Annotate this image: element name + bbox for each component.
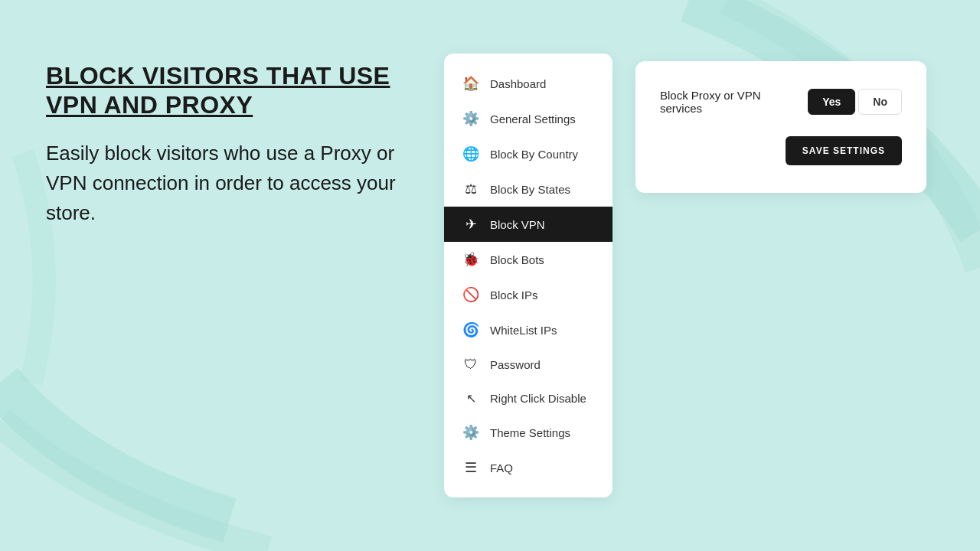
home-icon: 🏠: [462, 75, 479, 92]
sidebar-label-whitelist-ips: WhiteList IPs: [490, 324, 557, 337]
gear-icon: ⚙️: [462, 110, 479, 127]
filter-icon: ⚖: [462, 181, 479, 197]
cursor-icon: ↖: [462, 391, 479, 406]
sidebar-label-password: Password: [490, 358, 541, 371]
sidebar-label-block-bots: Block Bots: [490, 253, 544, 266]
sidebar-item-block-ips[interactable]: 🚫 Block IPs: [444, 277, 612, 312]
sidebar-menu: 🏠 Dashboard ⚙️ General Settings 🌐 Block …: [444, 54, 612, 497]
right-side: 🏠 Dashboard ⚙️ General Settings 🌐 Block …: [444, 46, 934, 497]
block-icon: 🚫: [462, 286, 479, 303]
whitelist-icon: 🌀: [462, 321, 479, 338]
sidebar-label-general-settings: General Settings: [490, 112, 576, 126]
sidebar-item-password[interactable]: 🛡 Password: [444, 347, 612, 382]
hero-title: BLOCK VISITORS THAT USE VPN AND PROXY: [46, 61, 398, 120]
hero-subtitle: Easily block visitors who use a Proxy or…: [46, 139, 398, 228]
save-settings-button[interactable]: SAVE SETTINGS: [786, 136, 902, 165]
sidebar-label-dashboard: Dashboard: [490, 77, 546, 90]
sidebar-item-block-bots[interactable]: 🐞 Block Bots: [444, 242, 612, 277]
vpn-setting-row: Block Proxy or VPN services Yes No: [660, 89, 902, 115]
sidebar-item-whitelist-ips[interactable]: 🌀 WhiteList IPs: [444, 312, 612, 347]
vpn-icon: ✈: [462, 216, 479, 233]
setting-label: Block Proxy or VPN services: [660, 89, 792, 115]
theme-icon: ⚙️: [462, 424, 479, 441]
sidebar-label-block-by-country: Block By Country: [490, 148, 578, 161]
sidebar-item-theme-settings[interactable]: ⚙️ Theme Settings: [444, 415, 612, 450]
sidebar-label-block-vpn: Block VPN: [490, 218, 545, 231]
sidebar-item-general-settings[interactable]: ⚙️ General Settings: [444, 101, 612, 136]
sidebar-label-right-click-disable: Right Click Disable: [490, 392, 586, 405]
toggle-yes-button[interactable]: Yes: [808, 89, 855, 115]
menu-icon: ☰: [462, 459, 479, 476]
toggle-no-button[interactable]: No: [858, 89, 902, 115]
sidebar-item-block-vpn[interactable]: ✈ Block VPN: [444, 207, 612, 242]
sidebar-label-faq: FAQ: [490, 461, 513, 474]
content-panel: Block Proxy or VPN services Yes No SAVE …: [635, 61, 926, 193]
sidebar-label-block-ips: Block IPs: [490, 289, 538, 302]
sidebar-label-theme-settings: Theme Settings: [490, 426, 570, 439]
shield-icon: 🛡: [462, 357, 479, 373]
sidebar-item-faq[interactable]: ☰ FAQ: [444, 450, 612, 485]
toggle-group: Yes No: [808, 89, 902, 115]
sidebar-label-block-by-states: Block By States: [490, 183, 570, 196]
sidebar-item-block-by-states[interactable]: ⚖ Block By States: [444, 171, 612, 207]
hero-section: BLOCK VISITORS THAT USE VPN AND PROXY Ea…: [46, 46, 398, 228]
bug-icon: 🐞: [462, 251, 479, 268]
globe-icon: 🌐: [462, 145, 479, 162]
sidebar-item-block-by-country[interactable]: 🌐 Block By Country: [444, 136, 612, 171]
sidebar-item-dashboard[interactable]: 🏠 Dashboard: [444, 66, 612, 101]
sidebar-item-right-click-disable[interactable]: ↖ Right Click Disable: [444, 382, 612, 415]
